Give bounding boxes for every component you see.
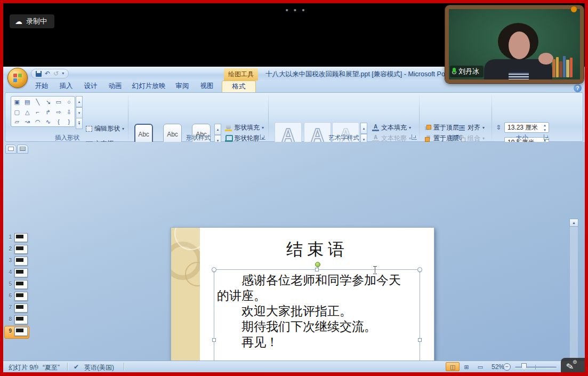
slide-thumbnail[interactable]: 2	[4, 244, 28, 255]
slide-thumbnail[interactable]: 1	[4, 233, 28, 244]
shape-icon[interactable]: ▤	[22, 97, 33, 107]
edit-shape-button[interactable]: 编辑形状 ▾	[85, 124, 124, 133]
zoom-slider-thumb[interactable]	[521, 363, 527, 370]
shape-icon[interactable]: ⌐	[33, 107, 43, 117]
text-fill-button[interactable]: 文本填充 ▾	[372, 123, 411, 132]
qat-more-icon[interactable]: ▾	[62, 71, 64, 76]
shape-fill-button[interactable]: 形状填充 ▾	[225, 123, 264, 132]
zoom-out-button[interactable]: −	[503, 363, 511, 371]
gallery-more-icon[interactable]: ▾	[76, 118, 83, 129]
redo-icon[interactable]: ↺	[53, 70, 59, 77]
presenter-name: 刘丹冰	[458, 67, 479, 76]
shape-icon[interactable]: ∿	[43, 117, 54, 127]
tab-outline-pane[interactable]	[17, 145, 28, 154]
webcam-video[interactable]: 刘丹冰	[445, 5, 584, 83]
slide-thumbnail[interactable]: 4	[4, 268, 28, 279]
wordart-scroll-up-icon[interactable]: ▴	[360, 123, 367, 134]
shape-icon[interactable]: ○	[64, 97, 75, 107]
slide-thumbnail[interactable]: 3	[4, 256, 28, 267]
shape-height-input[interactable]: 13.23 厘米 ▴▾	[504, 122, 549, 133]
frame-border-bottom	[0, 372, 588, 376]
slide-thumbnail[interactable]: 9	[4, 326, 28, 338]
language-indicator[interactable]: 英语(美国)	[84, 363, 114, 372]
shape-icon[interactable]: ↝	[22, 117, 33, 127]
slide-title[interactable]: 结束语	[200, 238, 434, 261]
ribbon-tab[interactable]: 审阅	[171, 81, 194, 92]
quick-access-toolbar: ↶ ↺ ▾	[31, 69, 69, 78]
styles-scroll-up-icon[interactable]: ▴	[214, 124, 221, 135]
ribbon-tab[interactable]: 幻灯片放映	[128, 81, 170, 92]
status-dot-icon	[571, 6, 577, 12]
edit-shape-icon	[85, 125, 92, 132]
shape-icon[interactable]: ▢	[12, 107, 22, 117]
thumbnail-image	[14, 257, 28, 266]
slideshow-button[interactable]: ▭	[473, 362, 487, 371]
ribbon-tab[interactable]: 格式	[222, 81, 256, 92]
bring-to-front-button[interactable]: 置于顶层 ▾	[424, 123, 463, 132]
slide-thumbnail[interactable]: 7	[4, 303, 28, 314]
help-button[interactable]: ?	[574, 84, 582, 92]
theme-side-bar	[171, 228, 200, 361]
save-icon[interactable]	[36, 71, 42, 77]
bring-front-icon	[424, 124, 431, 131]
annotation-plus-icon: ⊕	[573, 359, 577, 365]
shape-icon[interactable]: ↘	[43, 97, 54, 107]
work-area: 1 2 3 4 5 6 7	[3, 142, 585, 361]
undo-icon[interactable]: ↶	[45, 70, 50, 77]
resize-handle[interactable]	[417, 267, 422, 272]
office-button[interactable]	[7, 68, 28, 88]
height-spinner-icon[interactable]: ▴▾	[542, 123, 547, 132]
slide-thumbnail[interactable]: 6	[4, 291, 28, 302]
resize-handle[interactable]	[212, 338, 216, 342]
dialog-launcher-icon[interactable]	[544, 134, 549, 140]
presenter-hand	[538, 53, 553, 65]
zoom-slider-track[interactable]	[515, 366, 557, 368]
body-line: 欢迎大家批评指正。	[217, 303, 420, 319]
align-button[interactable]: 对齐 ▾	[458, 123, 485, 132]
dialog-launcher-icon[interactable]	[260, 134, 265, 140]
shape-height-icon: ⇕	[496, 124, 501, 131]
slide-body-text[interactable]: 感谢各位老师和同学参加今天的讲座。 欢迎大家批评指正。 期待我们下次继续交流。 …	[217, 273, 420, 350]
shapes-gallery-scrollbar: ▴ ▾ ▾	[76, 96, 83, 127]
shape-icon[interactable]: ▣	[12, 97, 22, 107]
shape-icon[interactable]: ▱	[12, 117, 22, 127]
shape-icon[interactable]: ╲	[33, 97, 43, 107]
vertical-scrollbar[interactable]	[569, 227, 578, 361]
group-label-wordart-styles: 艺术字样式	[269, 134, 418, 141]
presenter-face	[509, 31, 530, 59]
recording-badge: ☁ 录制中	[10, 14, 54, 28]
shape-icon[interactable]: ◠	[33, 117, 43, 127]
rotation-handle[interactable]	[315, 262, 320, 267]
scroll-up-button[interactable]: ▲	[569, 219, 578, 227]
shape-icon[interactable]: ⇩	[64, 107, 75, 117]
slide-sorter-button[interactable]: ⊞	[460, 362, 473, 371]
normal-view-button[interactable]: ◫	[446, 362, 460, 371]
ribbon-tab[interactable]: 设计	[79, 81, 102, 92]
spellcheck-icon[interactable]: ✔	[74, 363, 79, 371]
slide-thumbnail[interactable]: 8	[4, 315, 28, 326]
shape-icon[interactable]: {	[53, 117, 64, 127]
gallery-scroll-up-icon[interactable]: ▴	[76, 96, 83, 107]
ribbon-tab[interactable]: 视图	[195, 81, 219, 92]
body-line: 感谢各位老师和同学参加今天	[217, 273, 420, 288]
overlay-menu-dots[interactable]: • • •	[275, 5, 317, 14]
ribbon-tab[interactable]: 插入	[54, 81, 78, 92]
shape-icon[interactable]: △	[22, 107, 33, 117]
shape-icon[interactable]: }	[64, 117, 75, 127]
ribbon-tab[interactable]: 动画	[103, 81, 127, 92]
shapes-gallery: ▣▤╲↘▭○▢△⌐↱⇨⇩▱↝◠∿{}	[11, 96, 75, 127]
resize-handle[interactable]	[212, 267, 216, 272]
slide-canvas[interactable]: 结束语 感谢各位老师和同学参加今天的讲座。 欢迎大家批评指正。 期待我们下次继续…	[171, 227, 434, 361]
ribbon-tab[interactable]: 开始	[30, 81, 53, 92]
shape-icon[interactable]: ▭	[53, 97, 64, 107]
shape-icon[interactable]: ↱	[43, 107, 54, 117]
gallery-scroll-down-icon[interactable]: ▾	[76, 107, 83, 118]
shape-icon[interactable]: ⇨	[53, 107, 64, 117]
frame-border-left	[0, 0, 3, 376]
slide-thumbnail[interactable]: 5	[4, 279, 28, 291]
dialog-launcher-icon[interactable]	[412, 134, 417, 140]
frame-border-top	[0, 0, 588, 3]
tab-slides-pane[interactable]	[5, 145, 17, 154]
frame-border-right	[585, 0, 588, 376]
resize-handle[interactable]	[315, 268, 319, 271]
